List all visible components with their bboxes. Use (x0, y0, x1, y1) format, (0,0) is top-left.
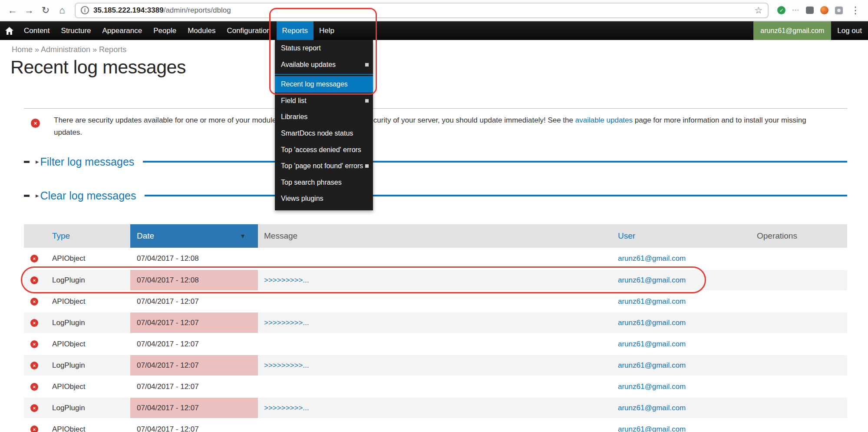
extension-check-icon[interactable]: ✓ (777, 6, 785, 14)
page-title: Recent log messages (10, 56, 186, 78)
log-user-link[interactable]: arunz61@gmail.com (618, 340, 686, 349)
error-icon: × (31, 119, 40, 128)
overflow-menu-icon: ⋮ (851, 5, 860, 16)
extension-shape-icon[interactable] (806, 7, 814, 14)
error-icon: × (30, 340, 38, 348)
extension-dots-icon[interactable]: ••• (792, 7, 799, 13)
log-user-link[interactable]: arunz61@gmail.com (618, 319, 686, 327)
filter-fieldset-toggle[interactable]: Filter log messages (40, 156, 135, 168)
breadcrumb-item-administration[interactable]: Administration (41, 45, 90, 54)
log-message-cell (258, 291, 610, 312)
menu-item-help[interactable]: Help (314, 21, 340, 40)
table-row: ×LogPlugin07/04/2017 - 12:07>>>>>>>>>...… (24, 354, 847, 376)
log-message-cell: >>>>>>>>>... (258, 398, 610, 418)
available-updates-link[interactable]: available updates (575, 116, 633, 124)
dropdown-item-status-report[interactable]: Status report (275, 40, 373, 56)
log-user-link[interactable]: arunz61@gmail.com (618, 297, 686, 306)
log-user-cell: arunz61@gmail.com (610, 376, 752, 397)
log-message-cell (258, 419, 610, 432)
log-user-cell: arunz61@gmail.com (610, 334, 752, 354)
breadcrumb-separator: » (90, 45, 99, 54)
error-icon: × (30, 404, 38, 412)
menu-item-content[interactable]: Content (18, 21, 56, 40)
bookmark-star-icon[interactable]: ☆ (755, 5, 763, 16)
log-user-cell: arunz61@gmail.com (610, 248, 752, 269)
security-warning-text: There are security updates available for… (54, 114, 835, 138)
dropdown-item-libraries[interactable]: Libraries (275, 109, 373, 125)
info-icon[interactable]: i (81, 6, 89, 14)
table-row: ×APIObject07/04/2017 - 12:07arunz61@gmai… (24, 290, 847, 312)
clear-fieldset: ▸ Clear log messages (24, 189, 847, 203)
update-badge-icon (365, 164, 369, 168)
log-message-link[interactable]: >>>>>>>>>... (264, 404, 309, 412)
log-user-link[interactable]: arunz61@gmail.com (618, 361, 686, 370)
log-user-link[interactable]: arunz61@gmail.com (618, 382, 686, 391)
address-bar[interactable]: i 35.185.222.194:3389/admin/reports/dblo… (75, 3, 769, 18)
dropdown-item-top-page-not-found-errors[interactable]: Top 'page not found' errors (275, 158, 373, 174)
menu-item-configuration[interactable]: Configuration (221, 21, 276, 40)
dropdown-item-available-updates[interactable]: Available updates (275, 56, 373, 73)
table-row: ×LogPlugin07/04/2017 - 12:07>>>>>>>>>...… (24, 397, 847, 418)
column-header-user[interactable]: User (610, 224, 752, 248)
menu-item-modules[interactable]: Modules (182, 21, 221, 40)
log-message-link[interactable]: >>>>>>>>>... (264, 276, 309, 285)
menu-item-appearance[interactable]: Appearance (97, 21, 148, 40)
log-user-cell: arunz61@gmail.com (610, 270, 752, 290)
browser-toolbar: ← → ↻ ⌂ i 35.185.222.194:3389/admin/repo… (0, 0, 868, 21)
log-type-label: LogPlugin (52, 319, 85, 327)
admin-home-button[interactable] (0, 21, 18, 40)
log-date-cell: 07/04/2017 - 12:07 (130, 376, 258, 397)
log-message-cell: >>>>>>>>>... (258, 355, 610, 376)
forward-button[interactable]: → (21, 2, 37, 19)
menu-item-structure[interactable]: Structure (56, 21, 97, 40)
update-badge-icon (365, 63, 369, 66)
dropdown-item-smartdocs-node-status[interactable]: SmartDocs node status (275, 125, 373, 142)
log-table: Type Date ▼ Message User Operations ×API… (24, 224, 847, 432)
menu-item-people[interactable]: People (148, 21, 182, 40)
extension-square-icon[interactable] (835, 7, 843, 14)
log-table-header: Type Date ▼ Message User Operations (24, 224, 847, 248)
log-message-link[interactable]: >>>>>>>>>... (264, 361, 309, 370)
table-row: ×APIObject07/04/2017 - 12:07arunz61@gmai… (24, 418, 847, 432)
dropdown-item-top-access-denied-errors[interactable]: Top 'access denied' errors (275, 142, 373, 158)
back-icon: ← (8, 5, 17, 16)
dropdown-item-field-list[interactable]: Field list (275, 93, 373, 109)
admin-toolbar: ContentStructureAppearancePeopleModulesC… (0, 21, 868, 40)
log-operations-cell (752, 334, 847, 354)
breadcrumb-item-home[interactable]: Home (12, 45, 33, 54)
url-path: /admin/reports/dblog (164, 6, 231, 14)
log-user-link[interactable]: arunz61@gmail.com (618, 276, 686, 285)
back-button[interactable]: ← (4, 2, 21, 19)
log-date-cell: 07/04/2017 - 12:07 (130, 312, 258, 333)
log-message-cell (258, 334, 610, 354)
update-badge-icon (365, 99, 369, 103)
error-icon: × (30, 319, 38, 327)
collapsed-arrow-icon: ▸ (36, 158, 39, 166)
extension-tray: ✓ ••• (777, 6, 843, 14)
browser-home-button[interactable]: ⌂ (54, 2, 70, 19)
breadcrumb-item-reports[interactable]: Reports (99, 45, 126, 54)
log-user-link[interactable]: arunz61@gmail.com (618, 404, 686, 412)
clear-fieldset-toggle[interactable]: Clear log messages (40, 189, 136, 202)
log-user-link[interactable]: arunz61@gmail.com (618, 425, 686, 432)
refresh-button[interactable]: ↻ (37, 2, 54, 19)
column-header-type[interactable]: Type (24, 224, 130, 248)
table-row: ×LogPlugin07/04/2017 - 12:08>>>>>>>>>...… (24, 269, 847, 290)
column-header-date[interactable]: Date ▼ (130, 224, 258, 248)
log-type-label: LogPlugin (52, 361, 85, 370)
table-row: ×LogPlugin07/04/2017 - 12:07>>>>>>>>>...… (24, 312, 847, 333)
logout-button[interactable]: Log out (831, 21, 868, 40)
menu-item-reports[interactable]: Reports (277, 21, 314, 40)
log-type-label: APIObject (52, 382, 86, 391)
log-type-cell: ×LogPlugin (24, 398, 130, 418)
log-date-cell: 07/04/2017 - 12:07 (130, 291, 258, 312)
browser-menu-button[interactable]: ⋮ (847, 2, 864, 19)
dropdown-item-top-search-phrases[interactable]: Top search phrases (275, 174, 373, 191)
dropdown-item-recent-log-messages[interactable]: Recent log messages (275, 76, 373, 93)
log-type-label: LogPlugin (52, 404, 85, 412)
log-message-link[interactable]: >>>>>>>>>... (264, 319, 309, 327)
account-button[interactable]: arunz61@gmail.com (753, 21, 831, 40)
extension-circle-icon[interactable] (820, 6, 828, 14)
dropdown-item-views-plugins[interactable]: Views plugins (275, 190, 373, 207)
log-user-link[interactable]: arunz61@gmail.com (618, 254, 686, 263)
